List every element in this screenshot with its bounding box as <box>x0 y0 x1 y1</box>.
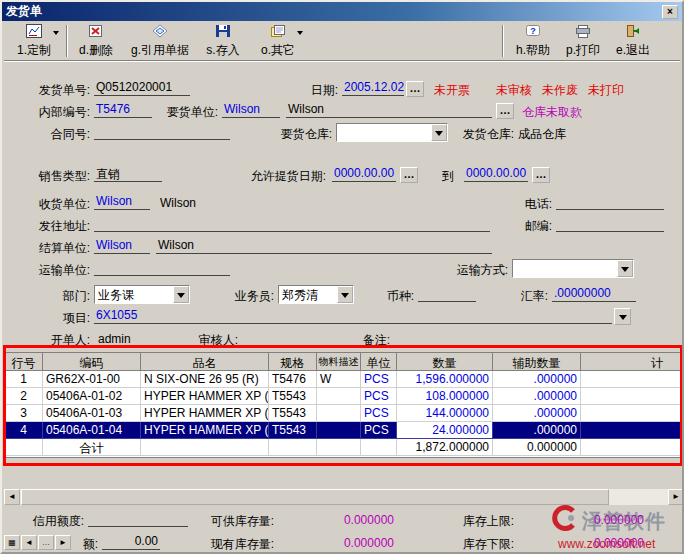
cell-desc <box>317 388 361 405</box>
project-dropdown-button[interactable] <box>614 308 631 325</box>
demand-unit-label: 要货单位: <box>158 104 218 121</box>
other-dropdown-icon <box>297 31 303 38</box>
ellipsis-icon: … <box>404 168 415 180</box>
customize-icon <box>26 24 42 41</box>
pickup-date-from-input[interactable]: 0000.00.00 <box>332 166 396 182</box>
date-input[interactable]: 2005.12.02 <box>342 80 404 96</box>
reference-doc-button[interactable]: g.引用单据 <box>126 23 194 59</box>
other-label: o.其它 <box>261 42 295 59</box>
cell-blank <box>269 439 317 456</box>
warehouse-status-flag: 仓库未取款 <box>522 104 582 121</box>
toolbar: 1.定制 d.删除 g.引用单据 s.存入 o.其它 ? h.帮助 p.打印 <box>4 22 680 60</box>
reference-doc-icon <box>152 24 168 41</box>
scrollbar-thumb[interactable] <box>21 489 609 505</box>
amount-value: 0.00 <box>102 534 160 550</box>
record-next-button[interactable]: ► <box>55 535 71 550</box>
chevron-down-icon[interactable] <box>431 124 447 141</box>
other-button[interactable]: o.其它 <box>252 23 304 59</box>
chevron-down-icon[interactable] <box>173 286 189 303</box>
col-header-qty[interactable]: 数量 <box>397 353 493 371</box>
help-label: h.帮助 <box>516 42 550 59</box>
cell-qty-editing[interactable]: 24.000000 <box>397 422 493 439</box>
demand-unit-code-input[interactable]: Wilson <box>222 102 280 118</box>
cell-row-no: 1 <box>5 371 43 388</box>
line-items-table: 行号 编码 品名 规格 物料描述 单位 数量 辅助数量 计 1 GR62X-01… <box>4 352 684 458</box>
pickup-from-picker-button[interactable]: … <box>400 167 418 183</box>
titlebar: 发货单 × <box>2 2 682 21</box>
total-qty: 1,872.000000 <box>397 439 493 456</box>
transport-unit-input[interactable] <box>94 260 230 276</box>
cell-code: 05406A-01-03 <box>43 405 141 422</box>
cell-aux-qty: .000000 <box>493 388 581 405</box>
settle-unit-label: 结算单位: <box>30 240 90 257</box>
cell-unit: PCS <box>361 422 397 439</box>
contract-no-input[interactable] <box>94 124 230 140</box>
project-input[interactable]: 6X1055 <box>94 308 612 324</box>
cell-blank <box>361 439 397 456</box>
help-button[interactable]: ? h.帮助 <box>509 23 557 59</box>
department-combo[interactable]: 业务课 <box>94 285 190 304</box>
save-button[interactable]: s.存入 <box>200 23 246 59</box>
internal-no-link[interactable]: T5476 <box>94 102 152 118</box>
cell-blank <box>581 439 684 456</box>
col-header-unit[interactable]: 单位 <box>361 353 397 371</box>
salesman-combo[interactable]: 郑秀清 <box>278 285 354 304</box>
address-input[interactable] <box>94 216 490 232</box>
settle-unit-code-link[interactable]: Wilson <box>94 238 150 254</box>
scroll-left-button[interactable]: ◄ <box>4 489 20 505</box>
customize-button[interactable]: 1.定制 <box>8 23 60 59</box>
delete-icon <box>88 24 104 41</box>
col-header-plan[interactable]: 计 <box>581 353 684 371</box>
settle-unit-name-input[interactable]: Wilson <box>156 238 492 254</box>
scroll-right-button[interactable]: ► <box>668 489 684 505</box>
ship-warehouse-label: 发货仓库: <box>454 126 514 143</box>
transport-mode-combo[interactable] <box>512 259 634 278</box>
cell-qty: 108.000000 <box>397 388 493 405</box>
col-header-code[interactable]: 编码 <box>43 353 141 371</box>
zip-input[interactable] <box>556 216 664 232</box>
delete-button[interactable]: d.删除 <box>72 23 120 59</box>
order-no-label: 发货单号: <box>30 82 90 99</box>
col-header-aux-qty[interactable]: 辅助数量 <box>493 353 581 371</box>
receiver-label: 收货单位: <box>30 196 90 213</box>
chevron-down-icon[interactable] <box>337 286 353 303</box>
auditor-input[interactable] <box>242 330 346 346</box>
rate-input[interactable]: .00000000 <box>552 286 636 302</box>
chevron-down-icon[interactable] <box>617 260 633 277</box>
record-prev-button[interactable]: ◄ <box>21 535 37 550</box>
close-button[interactable]: × <box>662 5 678 19</box>
cell-aux-qty: .000000 <box>493 405 581 422</box>
sales-type-input[interactable]: 直销 <box>94 166 162 182</box>
phone-input[interactable] <box>556 194 664 210</box>
customize-dropdown-icon <box>53 31 59 38</box>
project-label: 项目: <box>30 310 90 327</box>
demand-warehouse-combo[interactable] <box>336 123 448 142</box>
horizontal-scrollbar[interactable]: ◄ ► <box>4 489 684 505</box>
record-more-button[interactable]: … <box>38 535 54 550</box>
col-header-desc[interactable]: 物料描述 <box>317 353 361 371</box>
total-label: 合计 <box>43 439 141 456</box>
receiver-code-link[interactable]: Wilson <box>94 194 150 210</box>
col-header-name[interactable]: 品名 <box>141 353 269 371</box>
cell-name: HYPER HAMMER XP (R) <box>141 388 269 405</box>
col-header-spec[interactable]: 规格 <box>269 353 317 371</box>
prev-record-icon: ◄ <box>25 538 33 547</box>
print-button[interactable]: p.打印 <box>560 23 606 59</box>
date-picker-button[interactable]: … <box>406 81 424 97</box>
cell-desc <box>317 405 361 422</box>
demand-unit-lookup-button[interactable]: … <box>496 103 514 119</box>
status-not-voided: 未作废 <box>542 82 578 99</box>
remark-input[interactable] <box>394 330 662 346</box>
scroll-left-icon: ◄ <box>8 492 16 501</box>
currency-input[interactable] <box>418 286 476 302</box>
salesman-label: 业务员: <box>222 288 274 305</box>
col-header-row-no[interactable]: 行号 <box>5 353 43 371</box>
exit-button[interactable]: e.退出 <box>610 23 656 59</box>
record-grid-button[interactable]: ▦ <box>4 535 20 550</box>
cell-qty: 144.000000 <box>397 405 493 422</box>
pickup-date-to-input[interactable]: 0000.00.00 <box>464 166 528 182</box>
demand-unit-name-input[interactable]: Wilson <box>286 102 492 118</box>
pickup-to-picker-button[interactable]: … <box>532 167 550 183</box>
order-no-input[interactable]: Q0512020001 <box>94 80 190 96</box>
help-icon: ? <box>525 24 541 41</box>
